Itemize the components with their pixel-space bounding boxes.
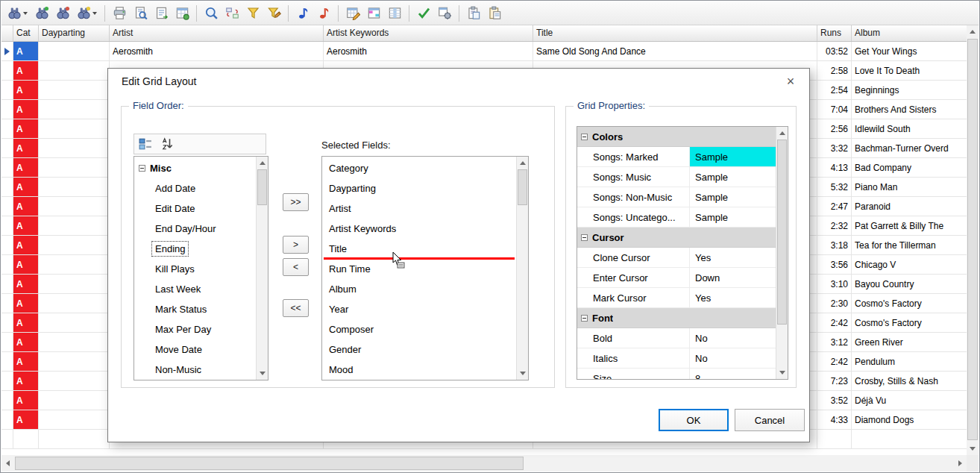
filter-edit-icon[interactable] [264, 4, 283, 23]
album-cell[interactable]: Diamond Dogs [852, 410, 967, 429]
artist-keywords-cell[interactable]: Aerosmith [324, 42, 533, 60]
album-cell[interactable] [852, 430, 967, 448]
category-cell[interactable]: A [13, 372, 39, 390]
scroll-down-icon[interactable] [520, 372, 526, 375]
runs-cell[interactable]: 2:56 [817, 119, 852, 138]
property-row[interactable]: Songs: Marked Sample [577, 147, 776, 167]
header-dayparting[interactable]: Dayparting [39, 25, 110, 41]
scroll-thumb[interactable] [777, 140, 787, 325]
category-cell[interactable]: A [13, 42, 39, 60]
property-row[interactable]: Italics No [577, 348, 776, 369]
music-note-red-icon[interactable] [314, 4, 333, 23]
scroll-right-icon[interactable] [958, 460, 962, 466]
album-cell[interactable]: Déjà Vu [852, 391, 967, 410]
runs-cell[interactable]: 3:18 [817, 236, 852, 254]
runs-cell[interactable]: 2:47 [817, 197, 852, 216]
collapse-icon[interactable] [581, 234, 588, 241]
export-document-icon[interactable] [151, 4, 171, 23]
category-cell[interactable]: A [13, 391, 39, 410]
category-cell[interactable]: A [13, 313, 39, 332]
album-cell[interactable]: Bachman-Turner Overd [852, 139, 967, 157]
dayparting-cell[interactable] [39, 61, 110, 80]
property-value[interactable]: No [689, 328, 776, 348]
dayparting-cell[interactable] [39, 197, 110, 216]
grid-properties-grid[interactable]: Colors Songs: Marked Sample Songs: Music… [577, 126, 788, 380]
dayparting-cell[interactable] [39, 294, 110, 313]
export-grid-icon[interactable] [172, 4, 192, 23]
field-item[interactable]: Mark Status [134, 299, 254, 319]
dayparting-cell[interactable] [39, 430, 110, 448]
title-cell[interactable]: Same Old Song And Dance [533, 42, 817, 60]
album-cell[interactable]: Pendulum [852, 352, 967, 371]
album-cell[interactable]: Cosmo's Factory [852, 313, 967, 332]
dayparting-cell[interactable] [39, 236, 110, 254]
property-value[interactable]: Sample [689, 207, 776, 227]
auto-check-icon[interactable] [414, 4, 433, 23]
dayparting-cell[interactable] [39, 216, 110, 235]
header-artist[interactable]: Artist [110, 25, 324, 41]
category-cell[interactable]: A [13, 139, 39, 157]
field-item[interactable]: Edit Date [134, 198, 254, 219]
song-row[interactable]: A Aerosmith Aerosmith Same Old Song And … [1, 42, 967, 61]
header-title[interactable]: Title [533, 25, 817, 41]
selected-field-item[interactable]: Category [322, 158, 515, 178]
category-cell[interactable]: A [13, 61, 39, 80]
field-item[interactable]: Non-Music [134, 360, 254, 380]
property-row[interactable]: Enter Cursor Down [577, 268, 776, 288]
property-row[interactable]: Bold No [577, 328, 776, 348]
horizontal-scrollbar[interactable] [1, 455, 967, 472]
property-row[interactable]: Songs: Music Sample [577, 167, 776, 187]
property-row[interactable]: Font [577, 308, 776, 328]
selected-field-item[interactable]: Gender [322, 339, 515, 360]
selected-list-scrollbar[interactable] [516, 157, 528, 380]
selected-field-item[interactable]: Dayparting [322, 178, 515, 198]
album-cell[interactable]: Love It To Death [852, 61, 967, 80]
group-by-icon[interactable] [136, 135, 154, 153]
property-value[interactable]: Sample [689, 147, 776, 166]
dayparting-cell[interactable] [39, 178, 110, 196]
dayparting-cell[interactable] [39, 313, 110, 332]
vertical-scroll-thumb[interactable] [967, 39, 978, 440]
category-cell[interactable]: A [13, 275, 39, 293]
field-item[interactable]: Max Per Day [134, 319, 254, 339]
grid-settings-icon[interactable] [435, 4, 454, 23]
property-value[interactable]: Down [689, 268, 776, 287]
scroll-up-icon[interactable] [260, 161, 266, 165]
dayparting-cell[interactable] [39, 333, 110, 351]
selected-field-item[interactable]: Year [322, 299, 515, 319]
property-value[interactable]: 8 [689, 369, 776, 380]
dayparting-cell[interactable] [39, 42, 110, 60]
runs-cell[interactable]: 3:32 [817, 139, 852, 157]
copy-grid-icon[interactable] [464, 4, 483, 23]
runs-cell[interactable]: 4:33 [817, 410, 852, 429]
runs-cell[interactable]: 7:23 [817, 372, 852, 390]
category-cell[interactable]: A [13, 410, 39, 429]
property-value[interactable]: Sample [689, 167, 776, 187]
scroll-down-icon[interactable] [779, 371, 785, 375]
field-item[interactable]: Move Date [134, 339, 254, 360]
filter-icon[interactable] [243, 4, 263, 23]
category-cell[interactable]: A [13, 255, 39, 274]
vertical-scrollbar[interactable] [967, 25, 979, 455]
category-cell[interactable]: A [13, 178, 39, 196]
field-item[interactable]: Add Date [134, 178, 254, 198]
header-artist-keywords[interactable]: Artist Keywords [324, 25, 533, 41]
runs-cell[interactable]: 2:58 [817, 61, 852, 80]
collapse-icon[interactable] [581, 315, 588, 322]
album-cell[interactable]: Idlewild South [852, 119, 967, 138]
category-cell[interactable]: A [13, 236, 39, 254]
category-cell[interactable]: A [13, 216, 39, 235]
grid-columns-icon[interactable] [385, 4, 404, 23]
runs-cell[interactable]: 3:12 [817, 333, 852, 351]
collapse-icon[interactable] [139, 165, 145, 172]
dayparting-cell[interactable] [39, 158, 110, 177]
horizontal-scroll-thumb[interactable] [15, 457, 524, 470]
dayparting-cell[interactable] [39, 119, 110, 138]
available-fields-list[interactable]: Misc Add Date Edit Date End Day/Hour [134, 156, 268, 380]
dayparting-cell[interactable] [39, 352, 110, 371]
scroll-left-icon[interactable] [6, 460, 10, 466]
album-cell[interactable]: Brothers And Sisters [852, 100, 967, 119]
selected-field-item[interactable]: Mood [322, 360, 515, 380]
scroll-up-icon[interactable] [520, 161, 526, 165]
album-cell[interactable]: Bad Company [852, 158, 967, 177]
